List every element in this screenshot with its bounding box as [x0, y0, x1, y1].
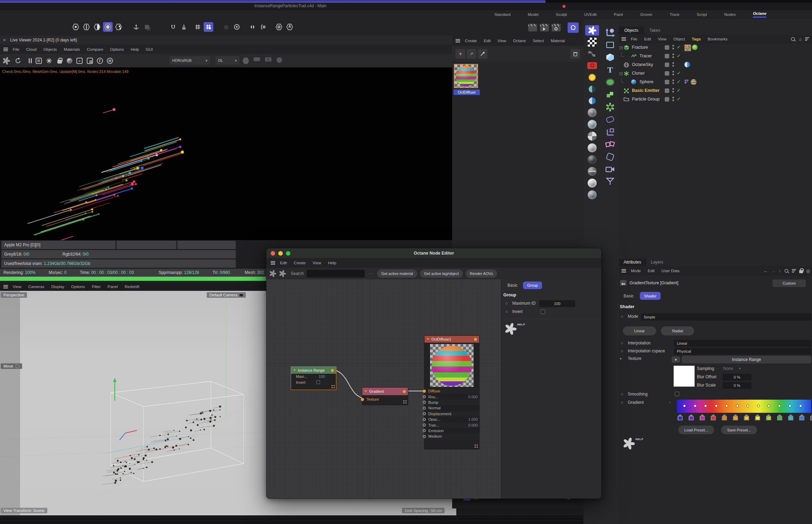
vp-menu-redshift[interactable]: Redshift	[125, 285, 139, 289]
timeline-strip[interactable]	[0, 515, 619, 524]
gradient-stop[interactable]	[722, 414, 727, 420]
vp-menu-panel[interactable]: Panel	[108, 285, 118, 289]
output-port-icon[interactable]	[331, 369, 334, 372]
points-mode-icon[interactable]	[71, 22, 81, 32]
search-icon[interactable]	[791, 37, 795, 41]
lv-menu-compare[interactable]: Compare	[87, 47, 103, 51]
object-name[interactable]: Sphere	[640, 79, 653, 84]
snap-magnet-icon[interactable]	[168, 22, 178, 32]
lv-menu-materials[interactable]: Materials	[64, 47, 80, 51]
maximum-id-field[interactable]: 100	[539, 300, 575, 307]
sphere-export-icon[interactable]	[277, 57, 282, 63]
mode-dropdown[interactable]: Simple	[641, 313, 811, 321]
radial-button[interactable]: Radial	[661, 326, 694, 335]
octane-logo-icon[interactable]	[2, 57, 10, 65]
workplane-icon[interactable]	[142, 22, 152, 32]
visibility-dots-icon[interactable]	[672, 62, 674, 64]
material-name[interactable]: OctDiffuse	[454, 89, 480, 95]
axis-workplane-icon[interactable]	[602, 126, 618, 137]
tab-shader[interactable]: Shader	[640, 292, 660, 300]
cube-primitive-icon[interactable]	[602, 52, 618, 63]
menu-icon[interactable]	[622, 39, 626, 39]
tag-emitter-tag-icon[interactable]	[692, 45, 698, 51]
ne-menu-view[interactable]: View	[312, 261, 321, 265]
camera-label[interactable]: Default Camera	[207, 292, 246, 298]
gradient-stop[interactable]	[733, 414, 738, 420]
blur-scale-field[interactable]: 0 %	[722, 382, 752, 389]
sun-light-icon[interactable]	[584, 72, 600, 83]
object-row-basic-emitter[interactable]: Basic Emitter ✓	[619, 87, 812, 95]
gradient-knot[interactable]	[788, 404, 791, 407]
get-active-tag-button[interactable]: Get active tag/object	[420, 269, 463, 278]
camera-export-icon[interactable]	[265, 57, 271, 61]
engine-dropdown[interactable]: DL▾	[215, 56, 240, 65]
material-ball-1-icon[interactable]	[584, 107, 600, 118]
plane-rect-icon[interactable]	[254, 57, 260, 61]
funnel-emitter-icon[interactable]	[602, 176, 618, 187]
vp-menu-display[interactable]: Display	[51, 285, 64, 289]
layer-toggle-icon[interactable]	[665, 45, 669, 50]
resize-grip-icon[interactable]	[474, 444, 478, 448]
projection-label[interactable]: Perspective	[1, 292, 27, 298]
lv-menu-cloud[interactable]: Cloud	[26, 47, 37, 51]
menu-icon[interactable]	[456, 40, 460, 41]
mat-menu-create[interactable]: Create	[465, 39, 477, 43]
octane-help-logo[interactable]: HELP	[623, 438, 643, 449]
gradient-knot[interactable]	[715, 404, 718, 407]
material-ball-5-icon[interactable]	[584, 189, 600, 200]
gradient-stop[interactable]	[678, 414, 683, 420]
target-icon[interactable]: ◎	[806, 268, 810, 274]
octane-help-logo[interactable]: HELP	[505, 323, 525, 335]
lv-menu-help[interactable]: Help	[131, 47, 139, 51]
enabled-check-icon[interactable]: ✓	[677, 88, 681, 93]
object-name[interactable]: Particle Group	[632, 97, 660, 102]
gradient-bar[interactable]	[677, 400, 811, 413]
node-input-opac-[interactable]: Opac... 1.000	[424, 417, 480, 422]
render-settings-icon[interactable]	[552, 24, 561, 31]
close-traffic-icon[interactable]	[271, 251, 275, 256]
tab-attributes[interactable]: Attributes	[619, 259, 646, 266]
gradient-stop[interactable]	[810, 414, 812, 420]
workspace-tab-uvedit[interactable]: UVEdit	[584, 12, 597, 17]
half-texture-teal-icon[interactable]	[584, 84, 600, 95]
axis-tool-icon[interactable]	[131, 22, 141, 32]
symmetry-settings-icon[interactable]	[259, 22, 268, 32]
selection-ring-icon[interactable]	[602, 77, 618, 88]
object-row-octanesky[interactable]: OctaneSky	[619, 61, 812, 69]
layer-toggle-icon[interactable]	[665, 71, 669, 76]
gradient-stop[interactable]	[711, 414, 716, 420]
save-preset-button[interactable]: Save Preset...	[721, 426, 757, 434]
node-octdiffuse1[interactable]: OctDiffuse1 Diffuse Rou... 0.000 Bump No…	[424, 335, 479, 449]
texture-preview-swatch[interactable]	[673, 365, 695, 387]
tag-material-icon[interactable]	[691, 79, 697, 85]
zoom-traffic-icon[interactable]	[286, 251, 290, 256]
render-settings-icon[interactable]	[232, 22, 242, 32]
node-input-normal[interactable]: Normal	[424, 405, 480, 411]
invert-checkbox[interactable]	[541, 309, 545, 314]
object-row-cloner[interactable]: + Cloner ✓	[619, 69, 812, 78]
octane-logo-icon[interactable]	[584, 25, 600, 36]
octane-node-editor-window[interactable]: Octane Node Editor EditCreateViewHelp Se…	[266, 248, 601, 499]
material-ball-blend-icon[interactable]: BLEND	[584, 166, 600, 177]
vp-menu-cameras[interactable]: Cameras	[28, 285, 45, 289]
tag-sky-tag-icon[interactable]	[684, 62, 690, 67]
gradient-stop[interactable]	[777, 414, 782, 420]
enabled-check-icon[interactable]: ✓	[677, 79, 681, 84]
om-menu-tags[interactable]: Tags	[692, 37, 701, 41]
node-gradient[interactable]: Gradient Texture	[362, 387, 408, 405]
workspace-tab-script[interactable]: Script	[697, 12, 707, 17]
node-input-displacement[interactable]: Displacement	[424, 411, 480, 417]
up-icon[interactable]: ↑	[778, 268, 781, 274]
ne-menu-create[interactable]: Create	[294, 261, 306, 265]
attr-menu-mode[interactable]: Mode	[631, 269, 641, 273]
invert-checkbox[interactable]	[316, 380, 320, 384]
gradient-stop[interactable]	[700, 414, 705, 420]
lv-menu-file[interactable]: File	[13, 47, 19, 51]
home-icon[interactable]: ⌂	[799, 37, 802, 42]
mesh-hexagon-icon[interactable]	[242, 57, 249, 64]
half-texture-blue-icon[interactable]	[584, 95, 600, 106]
tab-takes[interactable]: Takes	[644, 27, 666, 35]
workspace-tab-standard[interactable]: Standard	[494, 12, 511, 17]
gradient-knot[interactable]	[799, 404, 802, 407]
get-active-material-button[interactable]: Get active material	[377, 269, 417, 278]
